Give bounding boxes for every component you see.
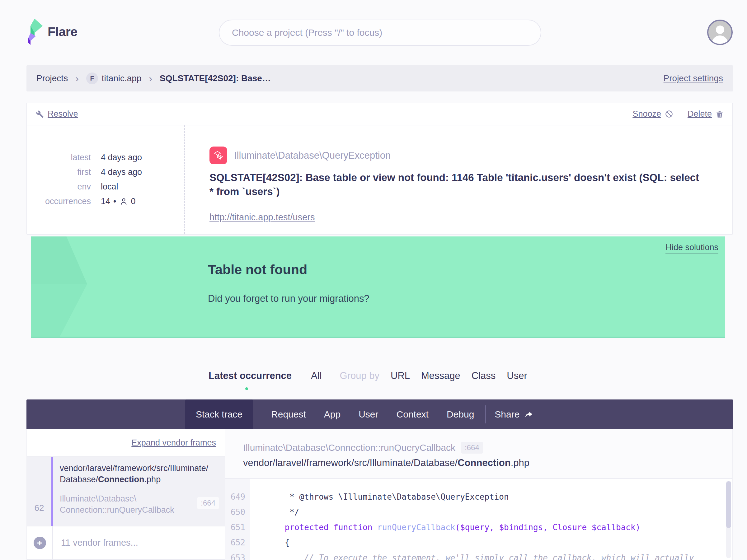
hexagon-decoration bbox=[31, 284, 87, 338]
laravel-icon bbox=[209, 146, 227, 164]
breadcrumb-projects[interactable]: Projects bbox=[36, 74, 68, 83]
code-line: */ bbox=[265, 507, 300, 517]
tab-user[interactable]: User bbox=[507, 370, 527, 381]
hide-solutions-link[interactable]: Hide solutions bbox=[666, 243, 718, 254]
error-message: SQLSTATE[42S02]: Base table or view not … bbox=[209, 170, 704, 198]
avatar-person-icon bbox=[712, 35, 728, 45]
code-line: * @throws \Illuminate\Database\QueryExce… bbox=[265, 492, 509, 502]
frame-accent-bar bbox=[51, 457, 53, 526]
tab-class[interactable]: Class bbox=[471, 370, 496, 381]
exception-class: Illuminate\Database\QueryException bbox=[234, 150, 391, 161]
frame-item-selected[interactable]: 62 vendor/laravel/framework/src/Illumina… bbox=[27, 457, 225, 526]
vendor-frames-label: 11 vendor frames... bbox=[53, 526, 138, 559]
frame-index: 62 bbox=[27, 503, 51, 513]
project-search-input[interactable] bbox=[219, 20, 541, 46]
meta-row-latest: latest 4 days ago bbox=[27, 153, 184, 162]
wrench-icon bbox=[36, 110, 44, 118]
flare-logo[interactable]: Flare bbox=[26, 19, 77, 45]
solution-description: Did you forget to run your migrations? bbox=[208, 293, 369, 304]
project-initial-badge: F bbox=[86, 73, 98, 84]
code-line: { bbox=[265, 538, 289, 547]
tab-nav-user[interactable]: User bbox=[359, 409, 378, 420]
vendor-frames-toggle[interactable]: + 11 vendor frames... bbox=[27, 526, 225, 560]
error-detail: Illuminate\Database\QueryException SQLST… bbox=[184, 125, 732, 234]
detail-nav: Stack trace Request App User Context Deb… bbox=[26, 399, 733, 429]
delete-button[interactable]: Delete bbox=[688, 109, 724, 119]
breadcrumb-error-title: SQLSTATE[42S02]: Base… bbox=[160, 74, 271, 83]
snooze-label: Snooze bbox=[633, 109, 661, 119]
resolve-label: Resolve bbox=[48, 109, 78, 119]
active-tab-dot bbox=[245, 387, 248, 390]
solution-banner: Hide solutions Table not found Did you f… bbox=[31, 236, 725, 338]
trash-icon bbox=[716, 110, 724, 118]
code-line: protected function runQueryCallback($que… bbox=[265, 523, 640, 532]
frame-line-number-badge: :664 bbox=[197, 497, 219, 509]
resolve-button[interactable]: Resolve bbox=[36, 109, 78, 119]
code-content: * @throws \Illuminate\Database\QueryExce… bbox=[250, 479, 732, 560]
stack-trace-panel: Expand vendor frames 62 vendor/laravel/f… bbox=[26, 429, 733, 560]
chevron-right-icon: › bbox=[75, 74, 79, 83]
brand-name: Flare bbox=[48, 25, 77, 39]
meta-row-occurrences: occurrences 14 • 0 bbox=[27, 196, 184, 206]
frames-sidebar: Expand vendor frames 62 vendor/laravel/f… bbox=[27, 429, 225, 560]
breadcrumb: Projects › F titanic.app › SQLSTATE[42S0… bbox=[26, 65, 733, 91]
code-header: Illuminate\Database\Connection::runQuery… bbox=[225, 429, 732, 478]
tab-latest-occurrence[interactable]: Latest occurrence bbox=[209, 370, 292, 381]
plus-icon[interactable]: + bbox=[34, 537, 46, 549]
tab-url[interactable]: URL bbox=[391, 370, 410, 381]
breadcrumb-project[interactable]: F titanic.app bbox=[86, 73, 141, 84]
meta-row-first: first 4 days ago bbox=[27, 167, 184, 177]
code-panel: Illuminate\Database\Connection::runQuery… bbox=[225, 429, 732, 560]
code-line: // To execute the statement, we'll simpl… bbox=[265, 553, 694, 560]
bullet-separator: • bbox=[113, 196, 116, 206]
affected-users-count: 0 bbox=[131, 196, 136, 206]
solution-title: Table not found bbox=[208, 262, 307, 277]
user-avatar[interactable] bbox=[707, 20, 733, 45]
flare-logo-icon bbox=[26, 19, 43, 45]
tab-stack-trace[interactable]: Stack trace bbox=[185, 399, 253, 429]
share-icon bbox=[524, 410, 533, 419]
flare-error-page: Flare Projects › F titanic.app › SQLSTAT… bbox=[0, 0, 747, 560]
error-meta: latest 4 days ago first 4 days ago env l… bbox=[27, 125, 184, 234]
scrollbar-thumb[interactable] bbox=[726, 481, 731, 528]
frame-file-path: vendor/laravel/framework/src/Illuminate/… bbox=[60, 463, 187, 485]
tab-context[interactable]: Context bbox=[396, 409, 429, 420]
project-name: titanic.app bbox=[102, 74, 141, 83]
avatar-person-icon bbox=[716, 26, 724, 34]
tab-request[interactable]: Request bbox=[271, 409, 306, 420]
code-header-method: Illuminate\Database\Connection::runQuery… bbox=[243, 443, 455, 453]
snooze-button[interactable]: Snooze bbox=[633, 109, 673, 119]
nav-divider bbox=[485, 405, 486, 423]
error-card-actions: Resolve Snooze Delete bbox=[27, 103, 732, 125]
person-icon bbox=[120, 197, 128, 206]
code-viewer: 649 650 651 652 653 * @throws \Illuminat… bbox=[225, 478, 732, 560]
snooze-icon bbox=[665, 110, 673, 118]
tab-all[interactable]: All bbox=[311, 370, 321, 381]
code-header-path: vendor/laravel/framework/src/Illuminate/… bbox=[243, 457, 732, 469]
tab-app[interactable]: App bbox=[324, 409, 340, 420]
meta-row-env: env local bbox=[27, 182, 184, 192]
expand-vendor-frames-link[interactable]: Expand vendor frames bbox=[131, 438, 216, 448]
tab-message[interactable]: Message bbox=[421, 370, 460, 381]
tab-debug[interactable]: Debug bbox=[447, 409, 474, 420]
group-by-label: Group by bbox=[340, 370, 380, 381]
delete-label: Delete bbox=[688, 109, 712, 119]
code-header-line-badge: :664 bbox=[461, 442, 483, 454]
error-card: Resolve Snooze Delete bbox=[26, 103, 733, 235]
project-settings-link[interactable]: Project settings bbox=[664, 74, 723, 83]
error-url-link[interactable]: http://titanic.app.test/users bbox=[209, 212, 315, 222]
occurrence-tabs: Latest occurrence All Group by URL Messa… bbox=[26, 361, 733, 391]
hexagon-decoration bbox=[31, 236, 87, 284]
chevron-right-icon: › bbox=[149, 74, 152, 83]
frame-method: Illuminate\Database\ Connection::runQuer… bbox=[60, 493, 187, 515]
line-numbers-gutter: 649 650 651 652 653 bbox=[225, 479, 250, 560]
share-button[interactable]: Share bbox=[495, 409, 533, 420]
